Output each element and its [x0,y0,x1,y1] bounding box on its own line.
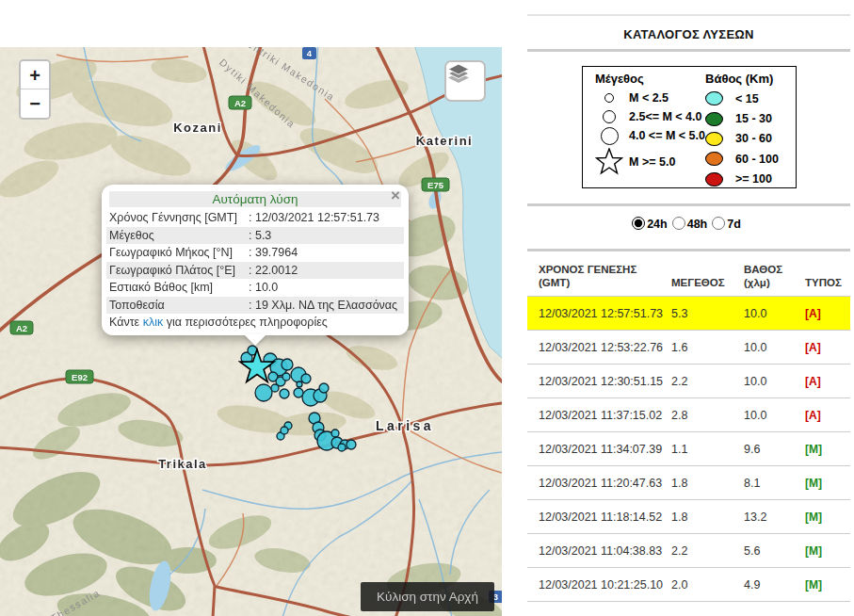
event-row[interactable]: 12/03/2021 11:34:07.39 1.1 9.6 [M] [527,432,850,466]
event-row[interactable]: 12/03/2021 11:04:38.83 2.2 5.6 [M] [527,534,850,568]
filter-radio-24h[interactable] [632,217,645,230]
legend-item: 30 - 60 [705,129,795,149]
legend-item: 2.5<= M < 4.0 [595,107,701,126]
event-row[interactable]: 12/03/2021 11:37:15.02 2.8 10.0 [A] [527,398,850,432]
filter-label-24h[interactable]: 24h [647,218,668,231]
earthquake-marker[interactable] [338,444,346,451]
divider [527,49,850,52]
event-type: [A] [805,341,850,354]
close-icon[interactable]: × [391,187,400,203]
earthquake-marker[interactable] [281,427,288,434]
svg-text:E75: E75 [427,180,444,190]
event-row[interactable]: 12/03/2021 10:21:25.10 2.0 4.9 [M] [527,568,850,602]
event-magnitude: 1.8 [671,477,744,490]
popup-rows: Χρόνος Γέννησης [GMT] : 12/03/2021 12:57… [106,209,404,314]
depth-circle-icon [705,172,723,186]
event-type: [M] [805,544,850,558]
event-time: 12/03/2021 10:21:25.10 [539,578,671,592]
event-magnitude: 1.1 [671,443,744,456]
event-depth: 4.9 [744,578,805,592]
earthquake-marker[interactable] [282,359,293,370]
legend-magnitude: Μέγεθος M < 2.5 2.5<= M < 4.0 4.0 <= M <… [595,72,701,179]
event-row[interactable]: 12/03/2021 11:18:14.52 1.8 13.2 [M] [527,500,850,534]
legend-symbol [595,148,623,176]
event-row[interactable]: 12/03/2021 12:53:22.76 1.6 10.0 [A] [527,331,850,365]
popup-row-label: Μέγεθος [109,227,249,245]
popup-row-label: Εστιακό Βάθος [km] [109,279,249,297]
popup-row-label: Γεωγραφικό Πλάτος [°E] [109,262,249,280]
zoom-in-button[interactable]: + [21,61,49,89]
event-type: [M] [805,578,850,592]
popup-row-label: Τοποθεσία [109,297,249,315]
filter-label-48h[interactable]: 48h [687,218,708,231]
earthquake-marker[interactable] [301,374,311,383]
legend-symbol [705,172,730,186]
zoom-control: + − [19,59,51,120]
earthquake-marker[interactable] [319,383,329,393]
event-magnitude: 2.0 [671,578,744,592]
event-magnitude: 2.2 [671,375,744,388]
popup-title: Αυτόματη λύση [109,191,401,207]
magnitude-circle-icon [603,110,616,123]
event-time: 12/03/2021 11:04:38.83 [539,544,671,558]
popup-row: Γεωγραφικό Μήκος [°N] : 39.7964 [106,244,404,262]
zoom-out-button[interactable]: − [21,89,49,118]
events-table-header: ΧΡΟΝΟΣ ΓΕΝΕΣΗΣ (GMT) ΜΕΓΕΘΟΣ ΒΑΘΟΣ (χλμ)… [527,251,850,297]
event-row[interactable]: 12/03/2021 12:30:51.15 2.2 10.0 [A] [527,365,850,398]
legend-item-label: 15 - 30 [735,112,772,125]
map[interactable]: Kentriki Makedonia Dytiki Makedonia Thes… [0,47,502,616]
legend-item-label: >= 100 [735,172,772,186]
svg-text:E92: E92 [72,372,88,382]
legend-item-label: 30 - 60 [735,132,772,145]
legend-symbol [705,132,730,146]
filter-radio-48h[interactable] [672,217,685,230]
filter-label-7d[interactable]: 7d [727,218,741,231]
popup-footer-text: για περισσότερες πληροφορίες [163,316,328,329]
event-time: 12/03/2021 11:18:14.52 [539,511,671,524]
event-depth: 8.1 [744,477,805,490]
event-depth: 10.0 [744,409,805,422]
legend-symbol [705,91,730,105]
earthquake-marker[interactable] [346,440,356,449]
legend-item: >= 100 [705,170,795,189]
event-row[interactable]: 12/03/2021 12:57:51.73 5.3 10.0 [A] [527,297,850,331]
filter-radio-7d[interactable] [712,217,725,230]
event-time: 12/03/2021 11:34:07.39 [539,443,671,456]
popup-row-value: : 19 Χλμ. ΝΔ της Ελασσόνας [249,297,397,315]
event-magnitude: 1.8 [671,511,744,524]
earthquake-popup: × Αυτόματη λύση Χρόνος Γέννησης [GMT] : … [102,185,409,335]
time-window-filters: 24h48h7d [527,215,850,232]
event-type: [A] [805,375,850,388]
magnitude-circle-icon [601,127,619,145]
earthquake-marker[interactable] [280,389,289,398]
popup-row-value: : 5.3 [249,227,271,245]
popup-tail [244,334,266,346]
legend-item-label: M < 2.5 [629,91,669,105]
event-type: [A] [805,307,850,320]
legend-symbol [595,93,623,103]
scroll-to-top-button[interactable]: Κύλιση στην Αρχή [361,582,494,611]
earthquake-marker[interactable] [271,384,279,392]
event-time: 12/03/2021 12:57:51.73 [539,307,671,320]
earthquake-marker[interactable] [331,430,339,437]
event-row[interactable]: 12/03/2021 11:20:47.63 1.8 8.1 [M] [527,466,850,500]
event-depth: 10.0 [744,307,805,320]
svg-text:A2: A2 [16,323,27,333]
legend-box: Μέγεθος M < 2.5 2.5<= M < 4.0 4.0 <= M <… [582,66,797,188]
earthquake-marker[interactable] [282,373,290,381]
popup-row-value: : 39.7964 [249,244,298,262]
header-depth: ΒΑΘΟΣ (χλμ) [744,263,791,289]
popup-footer: Κάντε κλικ για περισσότερες πληροφορίες [106,314,404,329]
event-time: 12/03/2021 12:53:22.76 [539,341,671,354]
legend-depth-title: Βάθος (Km) [705,72,795,86]
earthquake-marker[interactable] [297,381,302,387]
divider [527,14,850,16]
road-badge-e92: E92 [66,370,93,383]
earthquake-marker[interactable] [255,384,272,401]
legend-depth: Βάθος (Km) < 15 15 - 30 30 - 60 60 - 100… [705,72,795,189]
more-info-link[interactable]: κλικ [143,316,164,329]
popup-row-label: Χρόνος Γέννησης [GMT] [109,209,249,227]
layers-button[interactable] [444,60,486,102]
event-type: [M] [805,511,850,524]
city-label-kozani: Kozani [173,121,222,135]
